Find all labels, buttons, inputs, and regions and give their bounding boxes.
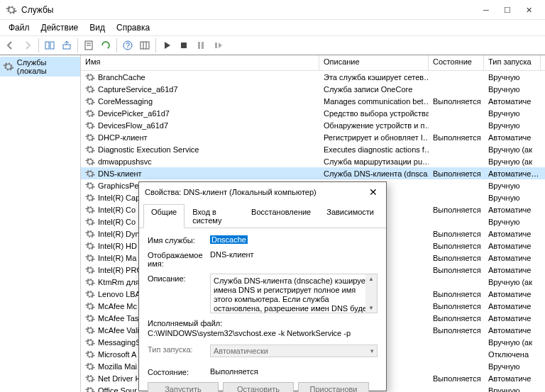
- service-start: Отключена: [484, 350, 541, 359]
- column-config-button[interactable]: [137, 38, 153, 53]
- gear-icon: [85, 241, 95, 251]
- svg-rect-0: [45, 42, 49, 49]
- properties-button[interactable]: [81, 38, 97, 53]
- service-state: Выполняется: [429, 169, 484, 178]
- pause-service-button[interactable]: [193, 38, 209, 53]
- service-state: Выполняется: [429, 302, 484, 310]
- stop-service-button[interactable]: [176, 38, 192, 53]
- service-name: McAfee Tas: [98, 314, 138, 323]
- tree-root[interactable]: Службы (локалы: [0, 57, 80, 77]
- service-start: Вручную: [484, 194, 541, 202]
- service-name: Intel(R) Caр: [98, 194, 140, 202]
- service-start: Вручную (ак: [484, 278, 541, 286]
- menu-action[interactable]: Действие: [35, 21, 84, 34]
- service-state: Выполняется: [429, 374, 484, 383]
- svg-rect-8: [141, 42, 149, 49]
- service-start: Вручную: [484, 386, 541, 393]
- label-startup: Тип запуска:: [148, 345, 210, 354]
- service-start: Вручную: [484, 121, 541, 130]
- service-start: Автоматиче: [484, 206, 541, 214]
- menu-help[interactable]: Справка: [111, 21, 155, 34]
- desc-scrollbar[interactable]: ▲▼: [365, 274, 377, 313]
- service-row[interactable]: CaptureService_a61d7Служба записи OneCor…: [81, 83, 545, 95]
- help-button[interactable]: ?: [120, 38, 136, 53]
- svg-rect-14: [215, 43, 217, 48]
- close-button[interactable]: ✕: [518, 3, 539, 17]
- minimize-button[interactable]: ─: [475, 3, 497, 17]
- nav-back-button[interactable]: [3, 38, 18, 53]
- service-start: Автоматиче: [484, 290, 541, 298]
- svg-rect-11: [181, 43, 187, 48]
- tree-pane: Службы (локалы: [0, 55, 81, 392]
- restart-service-button[interactable]: [210, 38, 226, 53]
- value-exepath: C:\WINDOWS\system32\svchost.exe -k Netwo…: [148, 329, 378, 337]
- tab-general[interactable]: Общие: [143, 204, 185, 228]
- tab-recovery[interactable]: Восстановление: [243, 204, 319, 228]
- service-name: Intel(R) Co: [98, 206, 136, 214]
- service-start: Вручную (ак: [484, 145, 541, 154]
- label-dispname: Отображаемое имя:: [148, 250, 210, 268]
- tab-logon[interactable]: Вход в систему: [185, 204, 243, 228]
- service-name: DNS-клиент: [98, 169, 142, 178]
- gear-icon: [85, 229, 95, 239]
- service-name: Intel(R) PRO: [98, 266, 143, 274]
- service-start: Автоматиче: [484, 266, 541, 274]
- value-svcname[interactable]: Dnscache: [210, 235, 248, 244]
- refresh-button[interactable]: [98, 38, 114, 53]
- gear-icon: [85, 349, 95, 359]
- export-button[interactable]: [59, 38, 75, 53]
- menu-view[interactable]: Вид: [84, 21, 111, 34]
- service-name: BranchCache: [98, 73, 145, 82]
- label-svcname: Имя службы:: [148, 235, 210, 245]
- value-desc: Служба DNS-клиента (dnscache) кэширует и…: [210, 274, 378, 313]
- properties-dialog: Свойства: DNS-клиент (Локальный компьюте…: [138, 181, 387, 391]
- service-desc: Служба DNS-клиента (dnsca…: [319, 169, 429, 178]
- service-row[interactable]: Diagnostic Execution ServiceExecutes dia…: [81, 143, 545, 155]
- service-name: Intel(R) HD: [98, 242, 137, 250]
- service-start: Вручную (ак: [484, 338, 541, 347]
- service-desc: Средство выбора устройства: [319, 109, 429, 118]
- service-name: McAfee Mc: [98, 302, 137, 310]
- start-service-button[interactable]: [159, 38, 175, 53]
- service-row[interactable]: DevicePicker_a61d7Средство выбора устрой…: [81, 107, 545, 119]
- show-hide-button[interactable]: [42, 38, 57, 53]
- service-name: KtmRm для: [98, 278, 140, 286]
- gear-icon: [85, 133, 95, 142]
- tab-deps[interactable]: Зависимости: [319, 204, 382, 228]
- col-name[interactable]: Имя: [81, 55, 319, 70]
- col-state[interactable]: Состояние: [429, 55, 484, 70]
- svg-text:?: ?: [126, 41, 130, 50]
- service-state: Выполняется: [429, 266, 484, 274]
- col-start[interactable]: Тип запуска: [484, 55, 541, 70]
- dialog-titlebar: Свойства: DNS-клиент (Локальный компьюте…: [139, 182, 386, 202]
- gear-icon: [85, 374, 95, 383]
- service-row[interactable]: DevicesFlow_a61d7Обнаружение устройств и…: [81, 119, 545, 131]
- menu-file[interactable]: Файл: [3, 21, 35, 34]
- service-start: Автоматиче: [484, 97, 541, 106]
- gear-icon: [85, 169, 95, 179]
- maximize-button[interactable]: ☐: [497, 3, 518, 17]
- col-desc[interactable]: Описание: [319, 55, 429, 70]
- service-start: Вручную: [484, 109, 541, 118]
- service-start: Вручную: [484, 218, 541, 226]
- service-desc: Executes diagnostic actions f…: [319, 145, 429, 154]
- chevron-down-icon: ▾: [370, 347, 374, 354]
- service-row[interactable]: DHCP-клиентРегистрирует и обновляет I…Вы…: [81, 131, 545, 143]
- gear-icon: [85, 84, 95, 94]
- service-state: Выполняется: [429, 290, 484, 298]
- service-desc: Регистрирует и обновляет I…: [319, 133, 429, 142]
- tree-root-label: Службы (локалы: [17, 58, 77, 75]
- service-name: CoreMessaging: [98, 97, 153, 106]
- service-name: McAfee Vali: [98, 326, 139, 335]
- nav-forward-button[interactable]: [20, 38, 35, 53]
- service-row[interactable]: DNS-клиентСлужба DNS-клиента (dnsca…Выпо…: [81, 167, 545, 179]
- dialog-close-button[interactable]: ✕: [366, 186, 380, 198]
- label-desc: Описание:: [148, 274, 210, 283]
- service-row[interactable]: BranchCacheЭта служба кэширует сетев…Вру…: [81, 71, 545, 83]
- gear-icon: [85, 362, 95, 371]
- service-row[interactable]: dmwappushsvcСлужба маршрутизации pu…Вруч…: [81, 155, 545, 167]
- gear-icon: [85, 205, 95, 215]
- gear-icon: [85, 337, 95, 347]
- service-row[interactable]: CoreMessagingManages communication bet…В…: [81, 95, 545, 107]
- services-icon: [3, 61, 14, 72]
